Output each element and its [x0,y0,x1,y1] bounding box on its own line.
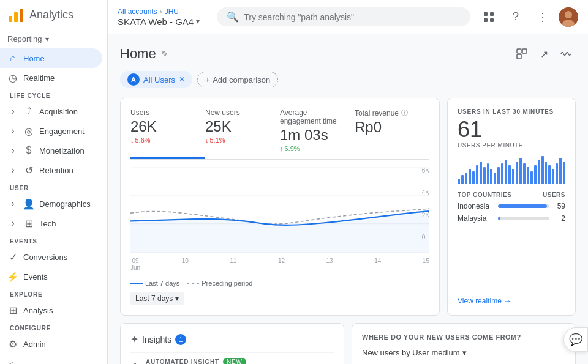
svg-rect-0 [9,16,12,22]
reporting-header[interactable]: Reporting ▾ [0,29,107,48]
property-selector[interactable]: SKATA Web - GA4 ▾ [118,17,200,27]
apps-icon-button[interactable] [478,6,500,28]
sidebar: Analytics Reporting ▾ ⌂ Home ◷ Realtime … [0,0,108,364]
chat-bubble-button[interactable]: 💬 [564,327,588,352]
medium-label: New users by User medium [362,348,460,357]
breadcrumb-sep1: › [160,7,162,16]
mini-bar-item [512,169,514,184]
sidebar-item-conversions[interactable]: ✓ Conversions [0,247,102,267]
svg-rect-1 [14,12,18,22]
breadcrumb-jhu[interactable]: JHU [165,7,179,16]
sidebar-item-admin[interactable]: ⚙ Admin [0,334,102,354]
help-icon: ? [513,10,519,23]
country-name-malaysia: Malaysia [458,214,494,223]
engagement-icon: ◎ [23,125,34,136]
metric-users-value: 26K [130,118,195,135]
mini-bar-item [519,158,522,184]
sidebar-item-retention[interactable]: › ↺ Retention [0,160,102,180]
mini-bar-item [534,165,537,184]
user-avatar[interactable] [559,7,578,27]
sidebar-item-demographics-label: Demographics [39,199,91,209]
view-realtime-link[interactable]: View realtime → [458,292,565,305]
sidebar-item-engagement[interactable]: › ◎ Engagement [0,121,102,141]
metric-users[interactable]: Users 26K ↓5.6% [130,108,205,159]
insight-content: AUTOMATED INSIGHT New Performance week-o… [146,358,252,364]
avatar-image [559,7,578,27]
mini-bar-chart [458,154,565,184]
insights-title: Insights [142,335,172,344]
mini-bar-item [538,160,540,184]
svg-rect-10 [517,49,521,53]
legend-current-label: Last 7 days [145,280,179,287]
expand-icon-demographics: › [7,198,18,209]
metric-engagement[interactable]: Average engagement time 1m 03s ↑6.9% [280,108,355,159]
segment-close-icon[interactable]: ✕ [179,75,185,84]
property-chevron-icon: ▾ [196,17,200,26]
insights-wave-icon-button[interactable] [556,44,576,64]
monetization-icon: $ [23,145,34,156]
expand-icon-engagement: › [7,125,18,136]
metric-users-label: Users [130,108,195,117]
view-realtime-arrow-icon: → [504,297,511,305]
sidebar-item-home[interactable]: ⌂ Home [0,48,102,68]
sidebar-item-demographics[interactable]: › 👤 Demographics [0,194,102,214]
country-bar-wrap-indonesia [498,204,549,208]
lifecycle-section-label: LIFE CYCLE [0,87,107,102]
collapse-sidebar-button[interactable]: ◁ [0,354,107,364]
y-label-2k: 2K [422,212,429,218]
chart-legend: Last 7 days Preceding period [130,276,429,287]
metric-engagement-change: ↑6.9% [280,145,345,152]
mini-bar-item [487,163,489,184]
line-chart-svg [130,167,429,253]
page-header-icons: ↗ [512,44,576,64]
sidebar-item-events[interactable]: ⚡ Events [0,267,102,286]
share-icon: ↗ [540,48,548,60]
medium-chevron-icon: ▾ [462,348,467,357]
metric-revenue-value: Rp0 [355,119,420,136]
breadcrumb-accounts[interactable]: All accounts [118,7,157,16]
all-users-segment[interactable]: A All Users ✕ [120,71,192,88]
sidebar-item-realtime[interactable]: ◷ Realtime [0,68,102,87]
help-icon-button[interactable]: ? [505,6,527,28]
insights-bulb-icon: ✦ [130,333,138,345]
country-count-malaysia: 2 [553,214,565,223]
sidebar-item-analysis[interactable]: ⊞ Analysis [0,300,102,320]
user-section-label: USER [0,180,107,194]
share-icon-button[interactable]: ↗ [534,44,554,64]
insight-item-perf[interactable]: ✦ AUTOMATED INSIGHT New Performance week… [130,352,334,364]
country-count-indonesia: 59 [553,202,565,210]
date-range-button[interactable]: Last 7 days ▾ [130,292,184,305]
svg-rect-12 [517,54,521,59]
more-icon-button[interactable]: ⋮ [532,6,554,28]
app-title: Analytics [29,9,74,21]
add-comparison-button[interactable]: + Add comparison [197,72,278,87]
sidebar-item-monetization[interactable]: › $ Monetization [0,141,102,160]
sidebar-item-acquisition-label: Acquisition [39,107,78,116]
metric-new-users[interactable]: New users 25K ↓5.1% [205,108,280,159]
insight-sparkle-icon: ✦ [130,359,140,364]
medium-selector[interactable]: New users by User medium ▾ [362,348,565,357]
home-icon: ⌂ [7,53,18,64]
cards-row: Users 26K ↓5.6% New users 25K ↓5.1% [120,98,576,316]
x-label-10: 10 [182,258,189,271]
metric-revenue[interactable]: Total revenue ⓘ Rp0 [355,108,429,159]
main-content: All accounts › JHU SKATA Web - GA4 ▾ 🔍 [108,0,588,364]
sidebar-item-tech[interactable]: › ⊞ Tech [0,214,102,233]
segment-badge: A [127,73,140,86]
realtime-count: 61 [458,117,565,142]
configure-section-label: CONFIGURE [0,320,107,334]
mini-bar-item [548,165,551,184]
page-edit-icon[interactable]: ✎ [161,49,168,59]
mini-bar-item [480,162,482,184]
date-range-label: Last 7 days [135,294,173,303]
realtime-icon: ◷ [7,72,18,83]
mini-bar-item [505,160,507,184]
search-input[interactable] [244,12,461,22]
new-users-section-title: WHERE DO YOUR NEW USERS COME FROM? [362,333,565,341]
analytics-logo-icon [7,6,24,23]
customize-icon-button[interactable] [512,44,532,64]
breadcrumb: All accounts › JHU [118,7,200,16]
search-bar[interactable]: 🔍 [217,7,470,26]
down-arrow-icon-2: ↓ [205,136,209,144]
sidebar-item-acquisition[interactable]: › ⤴ Acquisition [0,102,102,121]
